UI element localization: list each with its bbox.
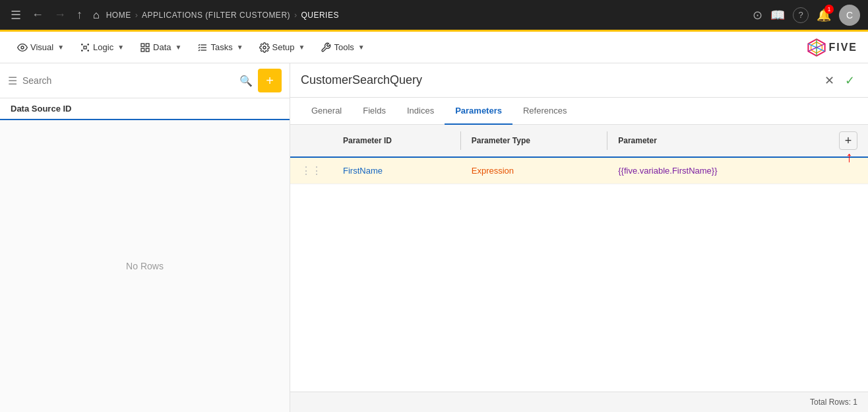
parameter-value-cell: {{five.variable.FirstName}} bbox=[607, 157, 828, 184]
logic-label: Logic bbox=[93, 42, 113, 52]
five-logo-icon bbox=[807, 38, 826, 57]
tab-general[interactable]: General bbox=[301, 98, 352, 125]
th-parameter-type: Parameter Type bbox=[461, 125, 607, 157]
setup-icon bbox=[259, 42, 270, 53]
toolbar-item-tools[interactable]: Tools ▼ bbox=[314, 38, 371, 57]
toolbar-item-visual[interactable]: Visual ▼ bbox=[11, 38, 71, 57]
th-parameter-id: Parameter ID bbox=[332, 125, 461, 157]
search-icon[interactable]: 🔍 bbox=[239, 75, 253, 87]
notification-count: 1 bbox=[824, 5, 834, 14]
logic-icon bbox=[80, 42, 90, 53]
search-bar: ☰ 🔍 + bbox=[0, 63, 290, 98]
svg-point-0 bbox=[21, 46, 24, 49]
avatar[interactable]: C bbox=[839, 5, 860, 26]
five-logo: FIVE bbox=[807, 38, 857, 57]
toolbar-left: Visual ▼ Logic ▼ Data ▼ Tasks ▼ Setup ▼ bbox=[11, 38, 371, 57]
navbar-right: ⊙ 📖 ? 🔔 1 C bbox=[753, 5, 860, 26]
th-drag bbox=[290, 125, 332, 157]
drag-handle-icon: ⋮⋮ bbox=[301, 165, 322, 176]
toolbar-item-logic[interactable]: Logic ▼ bbox=[73, 38, 131, 57]
drag-cell: ⋮⋮ bbox=[290, 157, 332, 184]
tasks-caret: ▼ bbox=[237, 44, 243, 51]
add-row-button[interactable]: + bbox=[839, 131, 857, 150]
tab-fields[interactable]: Fields bbox=[352, 98, 396, 125]
navbar-left: ☰ ← → ↑ ⌂ HOME › APPLICATIONS (FILTER CU… bbox=[8, 5, 747, 25]
tab-indices[interactable]: Indices bbox=[396, 98, 445, 125]
no-rows-label: No Rows bbox=[126, 261, 164, 271]
svg-rect-1 bbox=[84, 46, 86, 49]
data-label: Data bbox=[153, 42, 171, 52]
search-input[interactable] bbox=[22, 75, 234, 86]
tab-parameters[interactable]: Parameters bbox=[445, 98, 512, 125]
home-icon[interactable]: ⌂ bbox=[90, 7, 102, 24]
table-header-row: Parameter ID Parameter Type Parameter bbox=[290, 125, 868, 157]
breadcrumb: ⌂ HOME › APPLICATIONS (FILTER CUSTOMER) … bbox=[90, 7, 339, 24]
eye-icon bbox=[17, 42, 28, 53]
table-row[interactable]: ⋮⋮ FirstName Expression {{five.variable.… bbox=[290, 157, 868, 184]
panel-header: CustomerSearchQuery ✕ ✓ bbox=[290, 63, 868, 98]
tasks-icon bbox=[197, 42, 208, 53]
toolbar-item-tasks[interactable]: Tasks ▼ bbox=[191, 38, 249, 57]
breadcrumb-home[interactable]: HOME bbox=[106, 11, 131, 20]
tasks-label: Tasks bbox=[210, 42, 232, 52]
tools-caret: ▼ bbox=[358, 44, 365, 51]
setup-caret: ▼ bbox=[299, 44, 305, 51]
data-caret: ▼ bbox=[175, 44, 182, 51]
breadcrumb-sep1: › bbox=[135, 10, 138, 20]
logo-text: FIVE bbox=[828, 42, 857, 53]
toolbar-item-setup[interactable]: Setup ▼ bbox=[253, 38, 312, 57]
left-panel: ☰ 🔍 + Data Source ID No Rows bbox=[0, 63, 290, 412]
parameters-table-wrap: Parameter ID Parameter Type Parameter bbox=[290, 125, 868, 392]
parameter-value: {{five.variable.FirstName}} bbox=[618, 166, 717, 176]
breadcrumb-app[interactable]: APPLICATIONS (FILTER CUSTOMER) bbox=[142, 11, 290, 20]
logic-caret: ▼ bbox=[117, 44, 124, 51]
breadcrumb-sep2: › bbox=[294, 10, 297, 20]
forward-icon[interactable]: → bbox=[51, 5, 69, 24]
add-button[interactable]: + bbox=[258, 69, 282, 92]
datasource-id-label: Data Source ID bbox=[11, 104, 71, 114]
back-icon[interactable]: ← bbox=[29, 5, 46, 24]
bottom-bar: Total Rows: 1 bbox=[290, 392, 868, 412]
svg-rect-4 bbox=[141, 48, 144, 52]
parameters-table: Parameter ID Parameter Type Parameter bbox=[290, 125, 868, 184]
close-button[interactable]: ✕ bbox=[822, 71, 837, 90]
visual-label: Visual bbox=[30, 42, 53, 52]
notification-bell[interactable]: 🔔 1 bbox=[817, 7, 831, 22]
secondary-toolbar: Visual ▼ Logic ▼ Data ▼ Tasks ▼ Setup ▼ bbox=[0, 32, 868, 63]
add-row-arrow: ↑ bbox=[846, 150, 856, 163]
setup-label: Setup bbox=[272, 42, 295, 52]
help-icon[interactable]: ? bbox=[793, 7, 809, 23]
support-icon[interactable]: ⊙ bbox=[753, 8, 762, 22]
th-parameter: Parameter bbox=[607, 125, 828, 157]
panel-title: CustomerSearchQuery bbox=[301, 73, 422, 87]
confirm-button[interactable]: ✓ bbox=[842, 71, 857, 90]
parameter-type-value: Expression bbox=[472, 166, 514, 176]
svg-rect-5 bbox=[146, 48, 149, 52]
search-input-wrap: ☰ 🔍 bbox=[8, 75, 253, 87]
parameter-id-cell: FirstName bbox=[332, 157, 461, 184]
parameter-type-cell: Expression bbox=[461, 157, 607, 184]
data-icon bbox=[140, 42, 150, 53]
breadcrumb-queries[interactable]: QUERIES bbox=[301, 11, 339, 20]
right-panel: CustomerSearchQuery ✕ ✓ General Fields I… bbox=[290, 63, 868, 412]
panel-actions: ✕ ✓ bbox=[822, 71, 857, 90]
tools-icon bbox=[321, 42, 331, 53]
total-rows-label: Total Rows: 1 bbox=[810, 397, 857, 407]
left-panel-body: No Rows bbox=[0, 120, 290, 412]
svg-rect-3 bbox=[146, 44, 149, 47]
parameter-id-value[interactable]: FirstName bbox=[343, 166, 383, 176]
filter-icon: ☰ bbox=[8, 75, 17, 87]
up-icon[interactable]: ↑ bbox=[74, 5, 85, 24]
menu-icon[interactable]: ☰ bbox=[8, 5, 24, 25]
main-content: ☰ 🔍 + Data Source ID No Rows CustomerSea… bbox=[0, 63, 868, 412]
tools-label: Tools bbox=[334, 42, 354, 52]
tabs: General Fields Indices Parameters Refere… bbox=[290, 98, 868, 125]
navbar: ☰ ← → ↑ ⌂ HOME › APPLICATIONS (FILTER CU… bbox=[0, 0, 868, 32]
svg-point-9 bbox=[263, 46, 266, 49]
books-icon[interactable]: 📖 bbox=[770, 8, 785, 22]
tab-references[interactable]: References bbox=[512, 98, 577, 125]
th-add-action: + ↑ bbox=[828, 125, 868, 157]
toolbar-item-data[interactable]: Data ▼ bbox=[133, 38, 188, 57]
visual-caret: ▼ bbox=[57, 44, 64, 51]
svg-rect-2 bbox=[141, 44, 144, 47]
